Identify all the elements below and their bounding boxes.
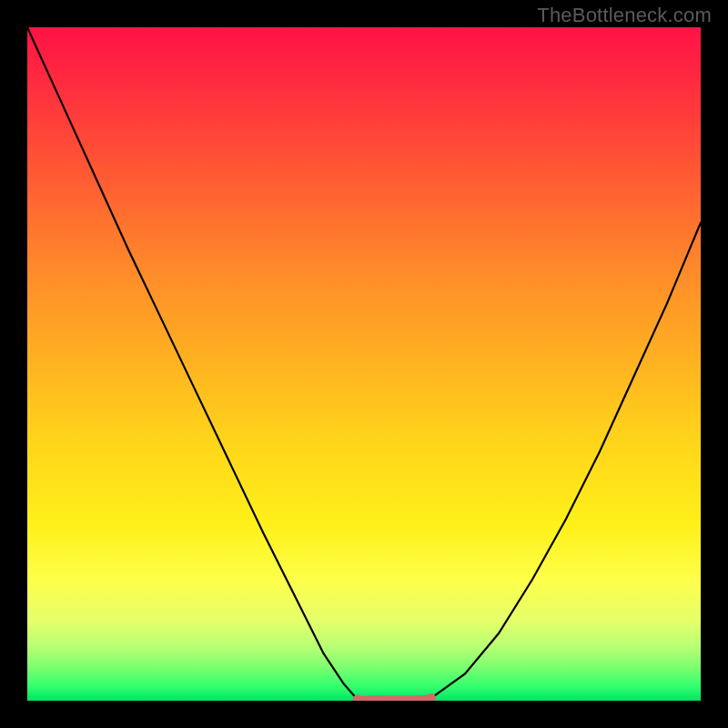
curve-flat-bottom — [358, 698, 431, 700]
watermark-text: TheBottleneck.com — [537, 4, 712, 27]
curve-layer — [27, 27, 701, 701]
curve-left-branch — [27, 27, 358, 700]
curve-right-branch — [431, 223, 701, 698]
chart-frame: TheBottleneck.com — [0, 0, 728, 728]
plot-area — [27, 27, 701, 701]
